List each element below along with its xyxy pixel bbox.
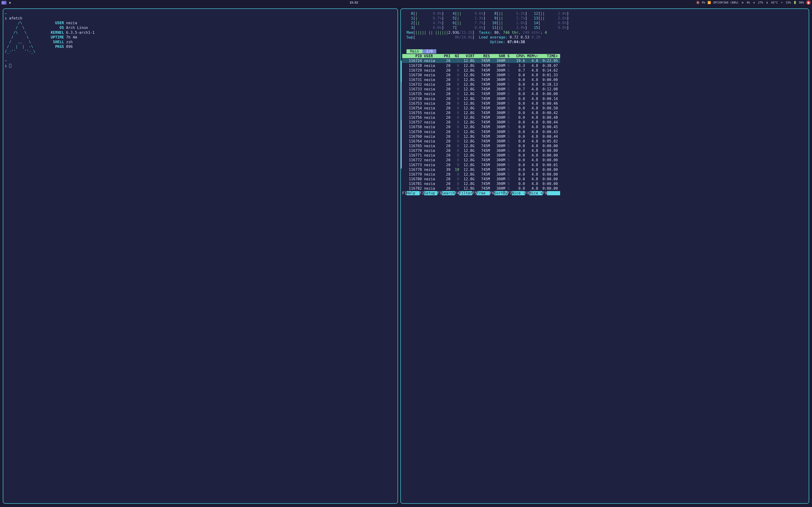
battery-icon: 🔋 [793,1,797,4]
discord-icon[interactable]: ● [806,0,811,5]
wifi-icon: 📶 [707,1,711,4]
htop-row[interactable]: 116765 nezia 20 0 12.8G 745M 300M S 0.0 … [402,144,558,148]
clock: 15:52 [11,1,696,4]
htop-row[interactable]: 116758 nezia 20 0 12.8G 745M 300M S 0.0 … [402,125,558,129]
htop-row[interactable]: 116779 nezia 20 0 12.8G 745M 300M S 0.0 … [402,172,558,176]
afetch-cmd: afetch [9,16,22,20]
fn-label[interactable]: SortBy [494,191,507,195]
htop-row[interactable]: 116728 nezia 20 0 12.8G 745M 300M S 3.3 … [402,64,558,68]
htop-tab-io[interactable]: I/O [422,49,436,54]
volume-pct: 0% [702,1,705,4]
htop-row[interactable]: 116773 nezia 20 0 12.8G 745M 300M S 0.0 … [402,163,558,167]
htop-row-selected[interactable]: 116724 nezia 20 0 12.8G 745M 300M S 19.6… [402,59,560,63]
wifi-ssid: UPC59F3A0 (88%) [713,1,739,4]
fn-key[interactable]: F8 [525,191,529,195]
terminal-indicator-icon: >_ [1,1,6,4]
fn-label[interactable]: Search [442,191,455,195]
gear-icon: ⚙ [741,1,744,4]
volume-icon: 🔇 [696,1,700,4]
htop-columns-header[interactable]: PID USER PRI NI VIRT RES SHR S CPU% MEM%… [402,54,560,58]
htop-row[interactable]: 116760 nezia 20 0 12.8G 745M 300M S 0.0 … [402,134,558,139]
fn-key[interactable]: F9 [543,191,547,195]
htop-row[interactable]: 116781 nezia 20 0 12.8G 745M 300M S 0.0 … [402,182,558,186]
lines-icon: ≡ [752,1,756,4]
htop-row[interactable]: 116753 nezia 20 0 12.8G 745M 300M S 0.0 … [402,101,558,106]
terminal-right-pane-htop[interactable]: 0[| 9.0%] 4[|| 9.6%] 8[|| 5.2%] 12[|| 2.… [400,8,809,504]
fn-label[interactable]: Help [406,191,420,195]
htop-row[interactable]: 116738 nezia 20 0 12.8G 745M 300M S 0.0 … [402,97,558,101]
fn-label[interactable] [547,191,560,195]
temp-val: 45°C [771,1,778,4]
htop-row[interactable]: 116756 nezia 20 0 12.8G 745M 300M S 0.0 … [402,115,558,120]
fn-key[interactable]: F2 [420,191,424,195]
htop-row[interactable]: 116754 nezia 20 0 12.8G 745M 300M S 0.0 … [402,106,558,110]
temp-icon: 🌡 [765,1,769,4]
htop-scroll-gutter [400,61,402,169]
fn-key[interactable]: F5 [472,191,477,195]
gear-pct: 4% [747,1,750,4]
htop-row[interactable]: 116733 nezia 20 0 12.8G 745M 300M S 0.7 … [402,87,558,91]
brightness-icon: ☀ [780,1,783,4]
htop-row[interactable]: 116735 nezia 20 0 12.8G 745M 300M S 0.0 … [402,92,558,96]
app-dot-icon: ◉ [8,1,11,4]
fn-label[interactable]: Nice - [512,191,525,195]
fn-label[interactable]: Filter [459,191,472,195]
fn-key[interactable]: F1 [402,191,407,195]
htop-row[interactable]: 116764 nezia 20 0 12.8G 745M 300M S 0.0 … [402,139,558,144]
htop-tab-main[interactable]: Main [406,49,422,54]
brightness-pct: 53% [786,1,791,4]
htop-row[interactable]: 116755 nezia 20 0 12.8G 745M 300M S 0.0 … [402,111,558,115]
fn-key[interactable]: F3 [437,191,442,195]
htop-row[interactable]: 116782 nezia 20 0 12.8G 745M 300M S 0.0 … [402,186,558,190]
fn-key[interactable]: F6 [490,191,494,195]
battery-pct: 98% [799,1,804,4]
htop-row[interactable]: 116772 nezia 20 0 12.8G 745M 300M S 0.0 … [402,158,558,162]
htop-row[interactable]: 116730 nezia 20 0 12.8G 745M 300M S 0.0 … [402,73,558,77]
htop-row[interactable]: 116759 nezia 20 0 12.8G 745M 300M S 0.0 … [402,130,558,134]
statusbar: >_ ◉ 15:52 🔇 0% 📶 UPC59F3A0 (88%) ⚙ 4% ≡… [0,0,812,5]
lines-pct: 27% [758,1,763,4]
cursor [9,64,11,68]
htop-row[interactable]: 116778 nezia 39 19 12.8G 745M 300M S 0.0… [402,168,558,172]
htop-row[interactable]: 116732 nezia 20 0 12.8G 745M 300M S 0.0 … [402,82,558,87]
fn-label[interactable]: Tree [477,191,490,195]
htop-row[interactable]: 116731 nezia 20 0 12.8G 745M 300M S 0.0 … [402,78,558,82]
htop-row[interactable]: 116757 nezia 20 0 12.8G 745M 300M S 0.0 … [402,120,558,124]
fn-label[interactable]: Nice + [529,191,543,195]
htop-row[interactable]: 116780 nezia 20 0 12.8G 745M 300M S 0.0 … [402,177,558,181]
fn-key[interactable]: F7 [507,191,512,195]
htop-row[interactable]: 116729 nezia 20 0 12.8G 745M 300M S 0.7 … [402,68,558,72]
terminal-left-pane[interactable]: ~ ❯ afetch /\ USER nezia / \ OS Arch Lin… [3,8,398,504]
fn-label[interactable]: Setup [424,191,437,195]
htop-row[interactable]: 116770 nezia 20 0 12.8G 745M 300M S 0.0 … [402,149,558,153]
htop-row[interactable]: 116771 nezia 20 0 12.8G 745M 300M S 0.0 … [402,153,558,158]
fn-key[interactable]: F4 [455,191,459,195]
